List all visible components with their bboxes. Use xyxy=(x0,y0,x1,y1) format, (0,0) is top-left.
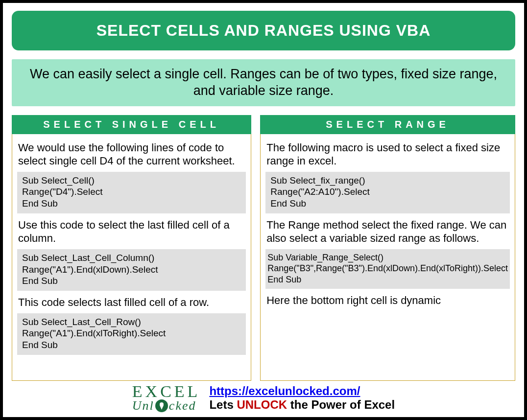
columns-container: SELECT SINGLE CELL We would use the foll… xyxy=(12,115,515,381)
subtitle-banner: We can easily select a single cell. Rang… xyxy=(12,59,515,106)
page-title: SELECT CELLS AND RANGES USING VBA xyxy=(12,11,515,50)
left-column-body: We would use the following lines of code… xyxy=(12,134,251,381)
right-code-2: Sub Variable_Range_Select() Range("B3",R… xyxy=(265,249,510,289)
footer-texts: https://excelunlocked.com/ Lets UNLOCK t… xyxy=(209,384,395,412)
keyhole-icon xyxy=(155,399,168,412)
footer-link[interactable]: https://excelunlocked.com/ xyxy=(209,384,360,398)
left-code-3: Sub Select_Last_Cell_Row() Range("A1").E… xyxy=(17,313,246,355)
left-code-2: Sub Select_Last_Cell_Column() Range("A1"… xyxy=(17,249,246,291)
right-para-2: The Range method select the fixed range.… xyxy=(266,218,509,245)
right-para-3: Here the bottom right cell is dynamic xyxy=(266,294,509,307)
left-para-1: We would use the following lines of code… xyxy=(18,141,245,168)
left-column: SELECT SINGLE CELL We would use the foll… xyxy=(12,115,251,381)
left-column-header: SELECT SINGLE CELL xyxy=(12,115,251,134)
left-para-3: This code selects last filled cell of a … xyxy=(18,296,245,309)
left-code-1: Sub Select_Cell() Range("D4").Select End… xyxy=(17,172,246,213)
left-para-2: Use this code to select the last filled … xyxy=(18,218,245,245)
footer-slogan: Lets UNLOCK the Power of Excel xyxy=(209,398,395,412)
slogan-unlock: UNLOCK xyxy=(237,398,287,411)
footer-row: EXCEL Unl cked https://excelunlocked.com… xyxy=(12,384,515,412)
right-column-header: SELECT RANGE xyxy=(260,115,515,134)
slogan-post: the Power of Excel xyxy=(287,398,395,411)
logo-line-2: Unl cked xyxy=(132,399,201,412)
right-column: SELECT RANGE The following macro is used… xyxy=(260,115,515,381)
logo-line-2b: cked xyxy=(169,400,196,412)
logo-line-2a: Unl xyxy=(132,400,154,412)
logo-line-1: EXCEL xyxy=(132,384,201,399)
right-code-1: Sub Select_fix_range() Range("A2:A10").S… xyxy=(265,172,510,213)
right-para-1: The following macro is used to select a … xyxy=(266,141,509,168)
slogan-pre: Lets xyxy=(209,398,237,411)
footer: EXCEL Unl cked https://excelunlocked.com… xyxy=(12,384,515,412)
right-column-body: The following macro is used to select a … xyxy=(260,134,515,381)
brand-logo: EXCEL Unl cked xyxy=(132,384,201,412)
